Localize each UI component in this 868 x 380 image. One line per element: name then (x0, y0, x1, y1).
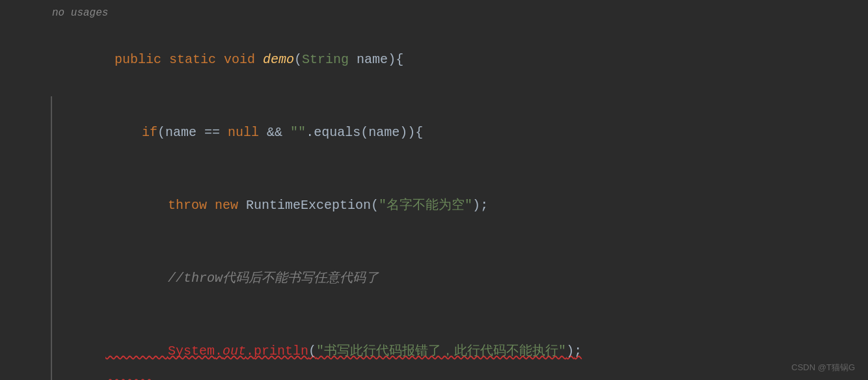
brace-open: { (396, 52, 403, 67)
if-paren-open: ( (157, 125, 165, 140)
comment-content: //throw代码后不能书写任意代码了 (168, 271, 379, 286)
empty-string: "" (290, 125, 306, 140)
param-name: name (349, 52, 388, 67)
method-name: demo (263, 52, 294, 67)
semicolon1: ; (480, 198, 488, 213)
sys-paren-open: ( (308, 344, 316, 359)
sys-dot1: . (215, 344, 223, 359)
kw-new: new (215, 198, 246, 213)
sys-class: System (168, 344, 215, 359)
throw-statement: throw new RuntimeException("名字不能为空"); (105, 169, 868, 242)
kw-static: static (169, 52, 224, 67)
watermark: CSDN @T猫锅G (791, 362, 855, 373)
comment-line: //throw代码后不能书写任意代码了 (51, 242, 868, 315)
paren-open: ( (294, 52, 302, 67)
no-usages-line: no usages (0, 0, 868, 23)
dot1: . (306, 125, 314, 140)
equals-paren-open: ( (360, 125, 368, 140)
if-brace-open: { (415, 125, 423, 140)
error-statement: System.out.println("书写此行代码报错了，此行代码不能执行")… (105, 315, 868, 380)
re-paren-open: ( (371, 198, 379, 213)
and-op: && (267, 125, 290, 140)
sys-dot2: . (246, 344, 254, 359)
kw-void: void (224, 52, 263, 67)
if-paren-close: ) (407, 125, 415, 140)
if-statement: if(name == null && "".equals(name)){ (79, 96, 868, 169)
kw-null: null (228, 125, 267, 140)
throw-line: throw new RuntimeException("名字不能为空"); (51, 169, 868, 242)
name-var2: name (368, 125, 400, 140)
method-declaration-line: public static void demo(String name){ (0, 23, 868, 96)
method-declaration: public static void demo(String name){ (52, 23, 868, 96)
eq-op: == (204, 125, 228, 140)
name-var: name (165, 125, 204, 140)
code-area: no usages public static void demo(String… (0, 0, 868, 380)
semicolon2: ; (574, 344, 582, 359)
sys-paren-close: ) (566, 344, 574, 359)
no-usages-text: no usages (52, 7, 108, 19)
kw-throw: throw (168, 198, 215, 213)
equals-method: equals (314, 125, 360, 140)
kw-if: if (142, 125, 157, 140)
type-string: String (302, 52, 349, 67)
kw-public: public (115, 52, 169, 67)
re-paren-close: ) (472, 198, 480, 213)
equals-paren-close: ) (400, 125, 407, 140)
editor-container: no usages public static void demo(String… (0, 0, 868, 380)
exception-msg: "名字不能为空" (379, 198, 472, 213)
error-line: System.out.println("书写此行代码报错了，此行代码不能执行")… (51, 315, 868, 380)
paren-close: ) (388, 52, 396, 67)
sys-println1: println (254, 344, 308, 359)
if-line: if(name == null && "".equals(name)){ (51, 96, 868, 169)
error-msg: "书写此行代码报错了，此行代码不能执行" (316, 344, 566, 359)
sys-out: out (223, 344, 246, 359)
exception-type: RuntimeException (246, 198, 371, 213)
comment-text: //throw代码后不能书写任意代码了 (105, 242, 868, 315)
